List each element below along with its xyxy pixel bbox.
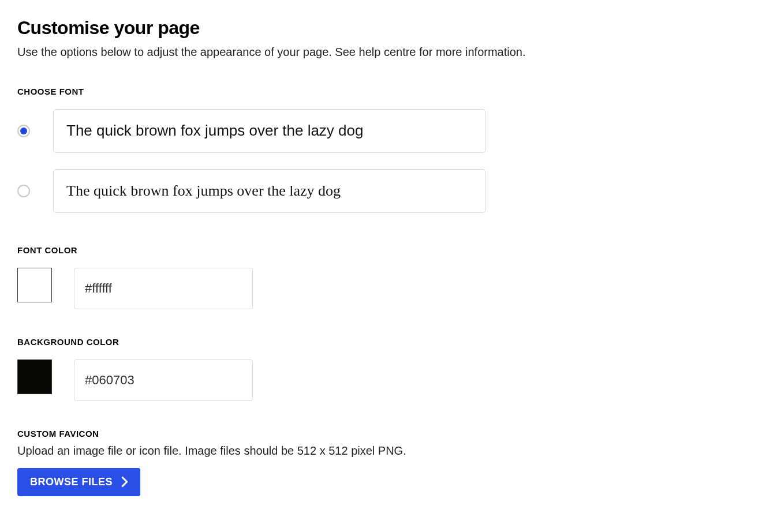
font-color-section: FONT COLOR [17, 245, 760, 309]
browse-files-button[interactable]: BROWSE FILES [17, 468, 140, 496]
font-radio-serif[interactable] [17, 185, 30, 197]
background-color-label: BACKGROUND COLOR [17, 337, 760, 347]
choose-font-label: CHOOSE FONT [17, 87, 760, 96]
radio-dot-icon [20, 128, 27, 134]
font-option-sans[interactable]: The quick brown fox jumps over the lazy … [17, 109, 760, 153]
font-option-serif[interactable]: The quick brown fox jumps over the lazy … [17, 169, 760, 213]
page-subtitle: Use the options below to adjust the appe… [17, 46, 760, 59]
favicon-section: CUSTOM FAVICON Upload an image file or i… [17, 429, 760, 496]
favicon-label: CUSTOM FAVICON [17, 429, 760, 439]
font-color-label: FONT COLOR [17, 245, 760, 255]
font-preview-serif: The quick brown fox jumps over the lazy … [53, 169, 486, 213]
font-options-group: The quick brown fox jumps over the lazy … [17, 109, 760, 213]
background-color-section: BACKGROUND COLOR [17, 337, 760, 401]
browse-files-label: BROWSE FILES [30, 476, 113, 488]
favicon-description: Upload an image file or icon file. Image… [17, 444, 760, 458]
background-color-swatch[interactable] [17, 359, 52, 394]
font-color-swatch[interactable] [17, 268, 52, 302]
chevron-right-icon [121, 476, 129, 488]
font-preview-sans: The quick brown fox jumps over the lazy … [53, 109, 486, 153]
font-color-input[interactable] [74, 268, 253, 309]
background-color-input[interactable] [74, 359, 253, 401]
font-radio-sans[interactable] [17, 125, 30, 137]
page-title: Customise your page [17, 17, 760, 39]
